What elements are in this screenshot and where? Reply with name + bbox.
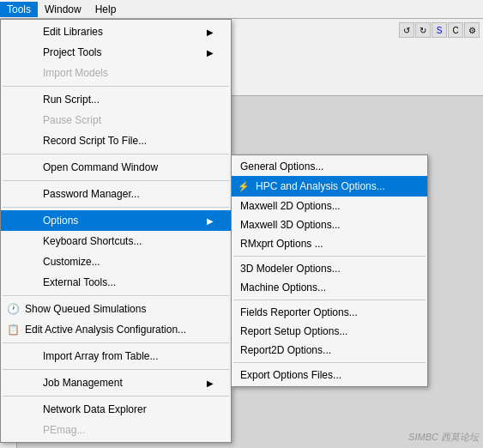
open-command-label: Open Command Window — [43, 161, 214, 173]
submenu-maxwell-2d[interactable]: Maxwell 2D Options... — [232, 197, 427, 215]
pemag-icon — [22, 423, 39, 437]
customize-label: Customize... — [43, 256, 214, 268]
submenu-report2d[interactable]: Report2D Options... — [232, 341, 427, 360]
export-options-label: Export Options Files... — [240, 369, 419, 381]
import-array-label: Import Array from Table... — [43, 350, 214, 362]
sep2 — [3, 154, 229, 154]
edit-libraries-label: Edit Libraries — [43, 26, 200, 38]
submenu-machine-options[interactable]: Machine Options... — [232, 278, 427, 297]
tb-icon-r5[interactable]: ⚙ — [464, 22, 480, 38]
job-management-icon — [22, 376, 39, 390]
menu-record-script[interactable]: Record Script To File... — [1, 130, 231, 151]
sep3 — [3, 180, 229, 181]
machine-options-label: Machine Options... — [240, 282, 419, 294]
tb-icon-r1[interactable]: ↺ — [399, 22, 414, 38]
menu-help[interactable]: Help — [88, 2, 124, 17]
menu-options[interactable]: Options ▶ — [1, 210, 231, 231]
menu-show-queued[interactable]: 🕐 Show Queued Simulations — [1, 299, 231, 319]
menu-edit-active[interactable]: 📋 Edit Active Analysis Configuration... — [1, 319, 231, 340]
menu-pemag: PEmag... — [1, 420, 231, 440]
network-data-label: Network Data Explorer — [43, 403, 214, 415]
menu-import-array[interactable]: Import Array from Table... — [1, 346, 231, 366]
sep4 — [3, 207, 229, 208]
menu-customize[interactable]: Customize... — [1, 251, 231, 272]
rmxprt-label: RMxprt Options ... — [240, 238, 419, 250]
job-management-arrow: ▶ — [207, 378, 214, 388]
sub-sep2 — [233, 300, 426, 300]
show-queued-label: Show Queued Simulations — [25, 303, 214, 315]
menu-keyboard-shortcuts[interactable]: Keyboard Shortcuts... — [1, 231, 231, 251]
submenu-rmxprt[interactable]: RMxprt Options ... — [232, 234, 427, 253]
options-label: Options — [43, 215, 200, 227]
pause-script-label: Pause Script — [43, 114, 214, 126]
submenu-report-setup[interactable]: Report Setup Options... — [232, 322, 427, 341]
fields-reporter-label: Fields Reporter Options... — [240, 306, 419, 318]
tools-menu: Edit Libraries ▶ Project Tools ▶ Import … — [0, 19, 232, 443]
maxwell-2d-label: Maxwell 2D Options... — [240, 200, 419, 212]
open-command-icon — [22, 160, 39, 174]
report2d-label: Report2D Options... — [240, 344, 419, 356]
menu-external-tools[interactable]: External Tools... — [1, 272, 231, 293]
password-manager-icon — [22, 187, 39, 201]
import-models-icon — [22, 66, 39, 80]
edit-active-icon: 📋 — [4, 323, 21, 336]
customize-icon — [22, 255, 39, 269]
project-tools-label: Project Tools — [43, 46, 200, 58]
options-icon — [22, 214, 39, 227]
submenu-general-options[interactable]: General Options... — [232, 157, 427, 176]
submenu-maxwell-3d[interactable]: Maxwell 3D Options... — [232, 215, 427, 234]
menu-password-manager[interactable]: Password Manager... — [1, 184, 231, 204]
menu-network-data[interactable]: Network Data Explorer — [1, 399, 231, 420]
report-setup-label: Report Setup Options... — [240, 325, 419, 337]
submenu-3d-modeler[interactable]: 3D Modeler Options... — [232, 259, 427, 278]
submenu-hpc-options[interactable]: ⚡ HPC and Analysis Options... — [232, 176, 427, 197]
menu-import-models: Import Models — [1, 63, 231, 83]
tb-icon-r2[interactable]: ↻ — [415, 22, 431, 38]
menu-job-management[interactable]: Job Management ▶ — [1, 372, 231, 393]
sub-sep1 — [233, 256, 426, 257]
hpc-options-label: HPC and Analysis Options... — [256, 180, 419, 192]
hpc-options-icon: ⚡ — [235, 179, 252, 193]
menu-tools[interactable]: Tools — [0, 2, 38, 17]
pemag-label: PEmag... — [43, 424, 214, 436]
edit-libraries-icon — [22, 25, 39, 39]
options-submenu: General Options... ⚡ HPC and Analysis Op… — [231, 154, 428, 387]
maxwell-3d-label: Maxwell 3D Options... — [240, 219, 419, 231]
import-array-icon — [22, 349, 39, 363]
edit-libraries-arrow: ▶ — [207, 27, 214, 37]
watermark: SIMBC 西莫论坛 — [408, 431, 479, 444]
external-tools-icon — [22, 275, 39, 289]
submenu-export-options[interactable]: Export Options Files... — [232, 366, 427, 384]
import-models-label: Import Models — [43, 67, 214, 79]
3d-modeler-label: 3D Modeler Options... — [240, 263, 419, 275]
menu-open-command[interactable]: Open Command Window — [1, 157, 231, 178]
project-tools-arrow: ▶ — [207, 48, 214, 58]
sep5 — [3, 295, 229, 296]
general-options-label: General Options... — [240, 160, 419, 173]
password-manager-label: Password Manager... — [43, 188, 214, 200]
job-management-label: Job Management — [43, 377, 200, 389]
record-script-label: Record Script To File... — [43, 135, 214, 147]
sep8 — [3, 396, 229, 397]
run-script-label: Run Script... — [43, 94, 214, 106]
tb-icon-r3[interactable]: S — [432, 22, 447, 38]
menu-pause-script: Pause Script — [1, 110, 231, 130]
submenu-fields-reporter[interactable]: Fields Reporter Options... — [232, 303, 427, 322]
run-script-icon — [22, 93, 39, 106]
network-data-icon — [22, 403, 39, 416]
menu-edit-libraries[interactable]: Edit Libraries ▶ — [1, 21, 231, 42]
sub-sep3 — [233, 362, 426, 363]
sep6 — [3, 342, 229, 343]
keyboard-shortcuts-label: Keyboard Shortcuts... — [43, 235, 214, 247]
menu-window[interactable]: Window — [38, 2, 88, 17]
edit-active-label: Edit Active Analysis Configuration... — [25, 324, 214, 336]
options-arrow: ▶ — [207, 216, 214, 226]
menu-run-script[interactable]: Run Script... — [1, 89, 231, 110]
sep1 — [3, 86, 229, 87]
tb-icon-r4[interactable]: C — [448, 22, 463, 38]
menu-project-tools[interactable]: Project Tools ▶ — [1, 42, 231, 63]
project-tools-icon — [22, 45, 39, 59]
keyboard-shortcuts-icon — [22, 234, 39, 248]
menu-bar: Tools Window Help — [0, 0, 483, 19]
external-tools-label: External Tools... — [43, 276, 214, 288]
